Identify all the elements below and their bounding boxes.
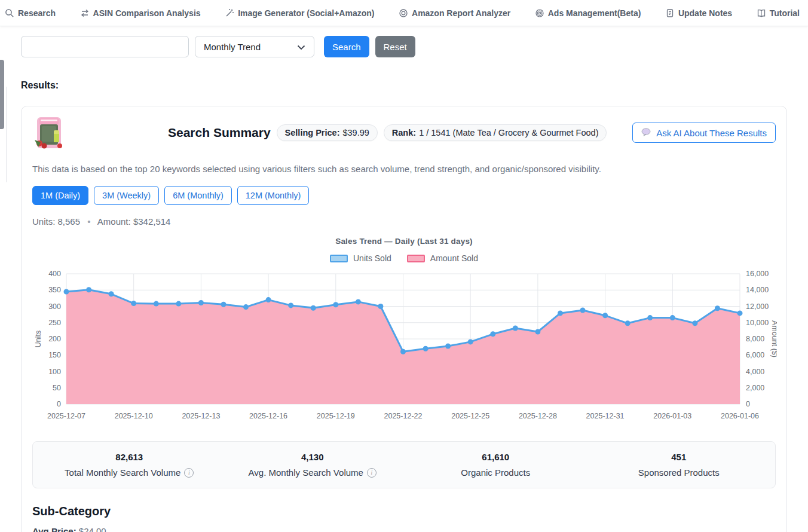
svg-text:2026-01-03: 2026-01-03 xyxy=(653,412,691,420)
nav-item-image-generator[interactable]: Image Generator (Social+Amazon) xyxy=(225,8,374,18)
summary-header: Search Summary Selling Price: $39.99 Ran… xyxy=(32,116,776,149)
avg-price-label: Avg Price: xyxy=(32,526,76,532)
legend-item-units-sold[interactable]: Units Sold xyxy=(330,253,391,263)
target-icon xyxy=(399,8,408,18)
chart-legend: Units Sold Amount Sold xyxy=(32,253,776,263)
nav-label: Tutorial xyxy=(770,8,800,18)
svg-text:150: 150 xyxy=(48,351,61,359)
search-input[interactable] xyxy=(21,36,189,57)
stat-label: Organic Products xyxy=(461,467,530,478)
selling-price-badge: Selling Price: $39.99 xyxy=(277,124,378,141)
stat-value: 82,613 xyxy=(38,452,221,462)
search-button[interactable]: Search xyxy=(324,36,369,57)
range-button-3m-weekly[interactable]: 3M (Weekly) xyxy=(94,186,159,205)
range-button-1m-daily[interactable]: 1M (Daily) xyxy=(32,186,88,205)
stat-label: Sponsored Products xyxy=(638,467,720,478)
units-sold-swatch xyxy=(330,255,348,262)
svg-text:2025-12-16: 2025-12-16 xyxy=(249,412,287,420)
summary-description: This data is based on the top 20 keyword… xyxy=(32,164,776,174)
info-icon[interactable]: i xyxy=(184,468,194,478)
svg-text:2025-12-07: 2025-12-07 xyxy=(47,412,85,420)
svg-text:2025-12-19: 2025-12-19 xyxy=(317,412,355,420)
selling-price-value: $39.99 xyxy=(342,128,369,137)
nav-item-report-analyzer[interactable]: Amazon Report Analyzer xyxy=(399,8,510,18)
spiral-icon xyxy=(535,8,544,18)
search-icon xyxy=(5,8,14,18)
svg-text:4,000: 4,000 xyxy=(746,368,764,376)
trend-type-select[interactable]: Monthly Trend xyxy=(195,36,314,57)
range-button-12m-monthly[interactable]: 12M (Monthly) xyxy=(237,186,310,205)
stat-value: 4,130 xyxy=(221,452,405,462)
stat-value: 451 xyxy=(587,452,771,462)
svg-text:12,000: 12,000 xyxy=(746,302,769,311)
svg-text:0: 0 xyxy=(57,400,61,408)
avg-price-line: Avg Price: $24.00 xyxy=(32,526,776,532)
trend-select-value: Monthly Trend xyxy=(204,42,261,52)
amount-value: $342,514 xyxy=(133,216,171,227)
legend-label: Amount Sold xyxy=(430,253,478,263)
svg-text:0: 0 xyxy=(746,400,750,408)
chevron-down-icon xyxy=(297,42,305,52)
avg-price-value: $24.00 xyxy=(79,526,106,532)
stat-organic-products: 61,610 Organic Products xyxy=(404,452,587,478)
product-thumbnail[interactable] xyxy=(32,116,68,149)
sales-trend-chart[interactable]: 05010015020025030035040002,0004,0006,000… xyxy=(32,265,776,429)
svg-text:2,000: 2,000 xyxy=(746,384,764,392)
magic-wand-icon xyxy=(225,8,234,18)
nav-item-research[interactable]: Research xyxy=(5,8,56,18)
svg-text:2025-12-10: 2025-12-10 xyxy=(115,412,153,420)
results-heading: Results: xyxy=(21,80,787,91)
nav-label: Ads Management(Beta) xyxy=(548,8,641,18)
book-icon xyxy=(757,8,766,18)
nav-label: Research xyxy=(18,8,56,18)
svg-text:350: 350 xyxy=(48,286,61,294)
chart-title: Sales Trend — Daily (Last 31 days) xyxy=(32,237,776,246)
svg-text:Amount ($): Amount ($) xyxy=(770,320,777,357)
nav-item-update-notes[interactable]: Update Notes xyxy=(665,8,732,18)
stat-label: Total Monthly Search Volume xyxy=(65,467,180,478)
ask-ai-button[interactable]: Ask AI About These Results xyxy=(632,123,776,143)
info-icon[interactable]: i xyxy=(367,468,377,478)
search-volume-stats: 82,613 Total Monthly Search Volume i 4,1… xyxy=(32,441,776,488)
subcategory-heading: Sub-Category xyxy=(32,505,776,518)
stat-total-monthly-search-volume: 82,613 Total Monthly Search Volume i xyxy=(38,452,221,478)
svg-text:50: 50 xyxy=(53,384,61,392)
svg-text:2026-01-06: 2026-01-06 xyxy=(721,412,759,420)
amount-sold-swatch xyxy=(407,255,425,262)
search-controls: Monthly Trend Search Reset xyxy=(21,36,787,57)
svg-text:400: 400 xyxy=(48,270,61,278)
result-card: Search Summary Selling Price: $39.99 Ran… xyxy=(21,106,787,532)
nav-label: Amazon Report Analyzer xyxy=(412,8,510,18)
stat-avg-monthly-search-volume: 4,130 Avg. Monthly Search Volume i xyxy=(221,452,405,478)
nav-item-tutorial[interactable]: Tutorial xyxy=(757,8,800,18)
svg-text:16,000: 16,000 xyxy=(746,270,769,278)
main-content: Monthly Trend Search Reset Results: xyxy=(0,36,808,532)
nav-item-ads-management[interactable]: Ads Management(Beta) xyxy=(535,8,641,18)
stat-label: Avg. Monthly Search Volume xyxy=(249,467,363,478)
svg-text:300: 300 xyxy=(48,302,61,311)
notes-icon xyxy=(665,8,675,18)
reset-button[interactable]: Reset xyxy=(375,36,415,57)
svg-text:6,000: 6,000 xyxy=(746,351,764,359)
legend-item-amount-sold[interactable]: Amount Sold xyxy=(407,253,478,263)
svg-text:200: 200 xyxy=(48,335,61,343)
summary-title: Search Summary xyxy=(168,126,271,140)
nav-label: ASIN Comparison Analysis xyxy=(93,8,201,18)
range-button-6m-monthly[interactable]: 6M (Monthly) xyxy=(164,186,232,205)
swap-arrows-icon xyxy=(80,8,90,18)
svg-text:Units: Units xyxy=(34,331,42,347)
svg-text:250: 250 xyxy=(48,319,61,327)
svg-text:100: 100 xyxy=(48,368,61,376)
nav-label: Image Generator (Social+Amazon) xyxy=(238,8,374,18)
nav-item-asin-comparison[interactable]: ASIN Comparison Analysis xyxy=(80,8,201,18)
units-label: Units: xyxy=(32,216,55,227)
svg-text:2025-12-25: 2025-12-25 xyxy=(451,412,489,420)
selling-price-label: Selling Price: xyxy=(285,128,340,137)
svg-text:10,000: 10,000 xyxy=(746,319,769,327)
units-amount-summary: Units: 8,565 • Amount: $342,514 xyxy=(32,216,776,227)
top-navigation: Research ASIN Comparison Analysis Image … xyxy=(0,0,808,26)
stat-value: 61,610 xyxy=(404,452,587,462)
stat-sponsored-products: 451 Sponsored Products xyxy=(587,452,771,478)
time-range-buttons: 1M (Daily) 3M (Weekly) 6M (Monthly) 12M … xyxy=(32,186,776,205)
legend-label: Units Sold xyxy=(353,253,391,263)
